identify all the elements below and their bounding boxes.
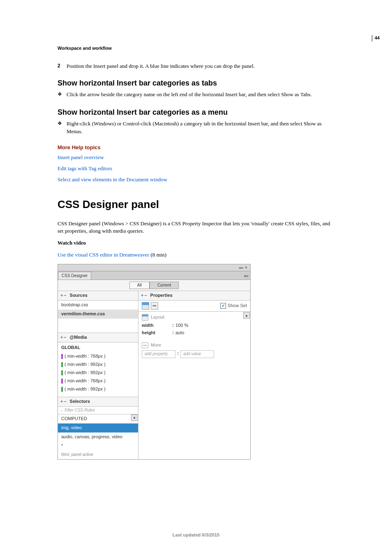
selectors-title: Selectors xyxy=(70,398,90,405)
help-link[interactable]: Insert panel overview xyxy=(58,154,334,162)
property-value: 100 % xyxy=(175,322,188,329)
bullet-item: ❖ Right-click (Windows) or Control-click… xyxy=(58,120,334,136)
scroll-up-icon[interactable]: ▲ xyxy=(243,312,250,319)
property-name: width xyxy=(142,322,171,329)
media-item[interactable]: ( min-width : 992px ) xyxy=(58,369,138,377)
filter-placeholder: Filter CSS Rules xyxy=(65,407,95,414)
media-title: @Media xyxy=(70,334,87,341)
tab-all[interactable]: All xyxy=(129,282,150,289)
properties-body: ▲ Layout width : 100 % height : xyxy=(138,312,250,426)
layout-group-head: Layout xyxy=(142,314,247,321)
add-property-icon[interactable]: + xyxy=(141,292,143,299)
panel-titlebar: ◂◂ ✕ xyxy=(58,264,251,271)
colon: : xyxy=(175,350,180,358)
media-list: GLOBAL ( min-width : 768px ) ( min-width… xyxy=(58,342,138,397)
search-icon: ⌕ xyxy=(60,407,63,414)
property-name: height xyxy=(142,330,171,336)
step-text: Position the Insert panel and drop it. A… xyxy=(67,62,334,70)
add-property-row[interactable]: add property : add value xyxy=(142,350,247,358)
selector-item[interactable]: * xyxy=(58,442,138,451)
selectors-header: + – Selectors xyxy=(58,397,138,407)
media-bar-icon xyxy=(61,387,63,392)
media-bar-icon xyxy=(61,354,63,359)
css-designer-screenshot: ◂◂ ✕ CSS Designer ▾≡ All Current + – Sou… xyxy=(58,264,251,460)
media-item[interactable]: ( min-width : 768px ) xyxy=(58,377,138,385)
selector-item[interactable]: COMPUTED xyxy=(58,414,138,423)
sources-title: Sources xyxy=(70,292,88,299)
video-line: Use the visual CSS editor in Dreamweaver… xyxy=(58,251,334,259)
more-group-label: More xyxy=(151,342,161,349)
intro-paragraph: CSS Designer panel (Windows > CSS Design… xyxy=(58,220,334,236)
bullet-symbol: ❖ xyxy=(58,91,67,99)
page-number: 44 xyxy=(372,35,380,42)
selectors-list: ▲ COMPUTED img, video audio, canvas, pro… xyxy=(58,414,138,459)
layout-icon xyxy=(142,314,148,321)
video-duration: (8 min) xyxy=(149,252,166,258)
step-item: 2 Position the Insert panel and drop it.… xyxy=(58,62,334,70)
remove-property-icon[interactable]: – xyxy=(144,292,147,299)
mode-tabs: All Current xyxy=(58,280,250,291)
colon: : xyxy=(171,330,175,336)
more-category-icon[interactable]: ••• xyxy=(151,302,158,310)
add-media-icon[interactable]: + xyxy=(60,334,63,341)
show-set-toggle[interactable]: ✔ Show Set xyxy=(220,303,247,309)
collapse-icon[interactable]: ◂◂ xyxy=(239,266,243,269)
property-row[interactable]: height : auto xyxy=(142,330,247,336)
footer-updated: Last updated 6/3/2015 xyxy=(0,532,392,539)
show-set-label: Show Set xyxy=(228,303,247,309)
panel-menu-icon[interactable]: ▾≡ xyxy=(244,273,250,280)
media-bar-icon xyxy=(61,379,63,384)
media-bar-icon xyxy=(61,362,63,367)
bullet-text: Right-click (Windows) or Control-click (… xyxy=(67,120,334,136)
source-item[interactable]: vermilion-theme.css xyxy=(58,310,138,319)
checkbox-icon: ✔ xyxy=(220,303,226,309)
more-group-head: ••• More xyxy=(142,342,247,349)
add-property-name[interactable]: add property xyxy=(142,350,175,358)
layout-category-icon[interactable] xyxy=(142,302,149,310)
remove-media-icon[interactable]: – xyxy=(64,334,66,341)
bullet-text: Click the arrow beside the category name… xyxy=(67,91,334,99)
bullet-symbol: ❖ xyxy=(58,120,67,136)
property-row[interactable]: width : 100 % xyxy=(142,322,247,329)
remove-source-icon[interactable]: – xyxy=(64,292,66,299)
step-number: 2 xyxy=(58,62,67,70)
panel-tab-row: CSS Designer ▾≡ xyxy=(58,271,251,280)
section-heading: Show horizontal Insert bar categories as… xyxy=(58,107,334,118)
watch-video-label: Watch video xyxy=(58,239,334,247)
add-property-value[interactable]: add value xyxy=(180,350,214,358)
sources-header: + – Sources xyxy=(58,291,138,301)
media-item[interactable]: ( min-width : 992px ) xyxy=(58,385,138,393)
panel-tab-css-designer[interactable]: CSS Designer xyxy=(58,272,91,280)
source-item[interactable]: bootstrap.css xyxy=(58,301,138,310)
sources-list: bootstrap.css vermilion-theme.css xyxy=(58,301,138,333)
media-bar-icon xyxy=(61,370,63,375)
close-icon[interactable]: ✕ xyxy=(244,266,249,269)
properties-title: Properties xyxy=(150,292,173,299)
selector-item[interactable]: img, video xyxy=(58,423,138,432)
media-header: + – @Media xyxy=(58,333,138,342)
section-heading: Show horizontal Insert bar categories as… xyxy=(58,78,334,88)
breadcrumb: Workspace and workflow xyxy=(58,45,334,52)
properties-category-bar: ••• ✔ Show Set xyxy=(138,301,250,312)
media-global[interactable]: GLOBAL xyxy=(58,343,138,352)
remove-selector-icon[interactable]: – xyxy=(64,398,66,405)
selector-item[interactable]: audio, canvas, progress, video xyxy=(58,432,138,442)
layout-group-label: Layout xyxy=(151,314,164,321)
tab-current[interactable]: Current xyxy=(150,282,179,289)
help-link[interactable]: Select and view elements in the Document… xyxy=(58,176,334,184)
add-source-icon[interactable]: + xyxy=(60,292,63,299)
property-value: auto xyxy=(175,330,184,336)
video-link[interactable]: Use the visual CSS editor in Dreamweaver xyxy=(58,252,149,258)
scroll-up-icon[interactable]: ▲ xyxy=(131,414,138,421)
filter-row[interactable]: ⌕ Filter CSS Rules xyxy=(58,407,138,415)
add-selector-icon[interactable]: + xyxy=(60,398,63,405)
bullet-item: ❖ Click the arrow beside the category na… xyxy=(58,91,334,99)
properties-header: + – Properties xyxy=(138,291,250,301)
colon: : xyxy=(171,322,175,329)
more-icon: ••• xyxy=(142,342,148,348)
help-link[interactable]: Edit tags with Tag editors xyxy=(58,165,334,173)
page-title: CSS Designer panel xyxy=(58,197,334,213)
media-item[interactable]: ( min-width : 768px ) xyxy=(58,352,138,361)
media-item[interactable]: ( min-width : 992px ) xyxy=(58,361,138,369)
selector-item-partial: html, panel active xyxy=(58,451,138,459)
